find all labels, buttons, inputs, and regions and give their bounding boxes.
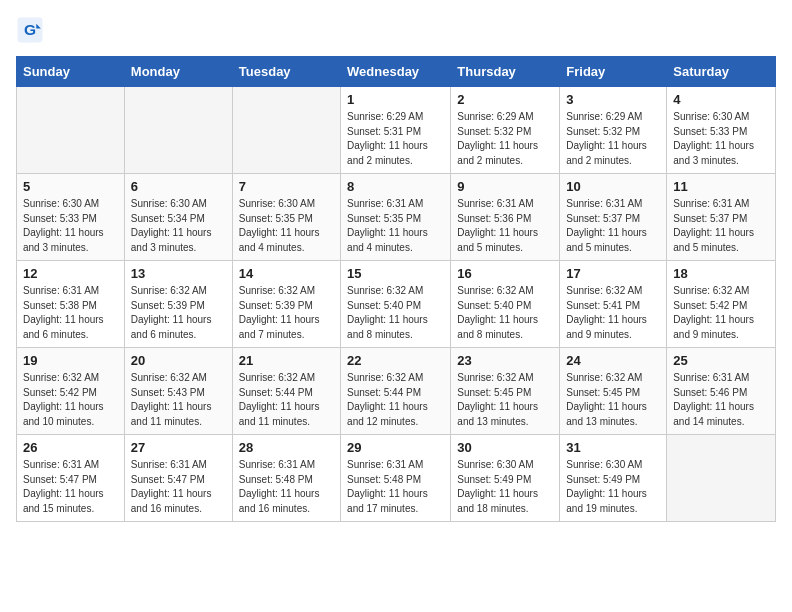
calendar-cell: 4Sunrise: 6:30 AM Sunset: 5:33 PM Daylig… [667,87,776,174]
day-number: 9 [457,179,553,194]
calendar-table: SundayMondayTuesdayWednesdayThursdayFrid… [16,56,776,522]
day-number: 13 [131,266,226,281]
calendar-cell: 30Sunrise: 6:30 AM Sunset: 5:49 PM Dayli… [451,435,560,522]
day-info: Sunrise: 6:31 AM Sunset: 5:37 PM Dayligh… [673,197,769,255]
day-info: Sunrise: 6:30 AM Sunset: 5:33 PM Dayligh… [23,197,118,255]
calendar-cell [232,87,340,174]
calendar-cell: 22Sunrise: 6:32 AM Sunset: 5:44 PM Dayli… [341,348,451,435]
day-number: 19 [23,353,118,368]
day-info: Sunrise: 6:32 AM Sunset: 5:45 PM Dayligh… [566,371,660,429]
calendar-cell: 9Sunrise: 6:31 AM Sunset: 5:36 PM Daylig… [451,174,560,261]
day-number: 16 [457,266,553,281]
calendar-cell: 25Sunrise: 6:31 AM Sunset: 5:46 PM Dayli… [667,348,776,435]
page-header: G [16,16,776,44]
logo-icon: G [16,16,44,44]
day-info: Sunrise: 6:31 AM Sunset: 5:48 PM Dayligh… [347,458,444,516]
day-number: 21 [239,353,334,368]
day-number: 18 [673,266,769,281]
day-number: 12 [23,266,118,281]
day-number: 20 [131,353,226,368]
calendar-cell: 20Sunrise: 6:32 AM Sunset: 5:43 PM Dayli… [124,348,232,435]
weekday-header-saturday: Saturday [667,57,776,87]
day-number: 4 [673,92,769,107]
calendar-cell: 31Sunrise: 6:30 AM Sunset: 5:49 PM Dayli… [560,435,667,522]
calendar-cell: 11Sunrise: 6:31 AM Sunset: 5:37 PM Dayli… [667,174,776,261]
logo: G [16,16,48,44]
day-info: Sunrise: 6:31 AM Sunset: 5:47 PM Dayligh… [131,458,226,516]
day-number: 5 [23,179,118,194]
day-number: 27 [131,440,226,455]
day-info: Sunrise: 6:31 AM Sunset: 5:35 PM Dayligh… [347,197,444,255]
day-info: Sunrise: 6:32 AM Sunset: 5:43 PM Dayligh… [131,371,226,429]
day-info: Sunrise: 6:31 AM Sunset: 5:46 PM Dayligh… [673,371,769,429]
calendar-cell: 2Sunrise: 6:29 AM Sunset: 5:32 PM Daylig… [451,87,560,174]
calendar-week-2: 5Sunrise: 6:30 AM Sunset: 5:33 PM Daylig… [17,174,776,261]
day-number: 2 [457,92,553,107]
calendar-cell: 12Sunrise: 6:31 AM Sunset: 5:38 PM Dayli… [17,261,125,348]
day-info: Sunrise: 6:31 AM Sunset: 5:37 PM Dayligh… [566,197,660,255]
calendar-cell: 26Sunrise: 6:31 AM Sunset: 5:47 PM Dayli… [17,435,125,522]
day-info: Sunrise: 6:32 AM Sunset: 5:40 PM Dayligh… [347,284,444,342]
day-info: Sunrise: 6:31 AM Sunset: 5:36 PM Dayligh… [457,197,553,255]
day-number: 25 [673,353,769,368]
day-number: 28 [239,440,334,455]
calendar-cell: 16Sunrise: 6:32 AM Sunset: 5:40 PM Dayli… [451,261,560,348]
day-info: Sunrise: 6:31 AM Sunset: 5:47 PM Dayligh… [23,458,118,516]
calendar-cell: 7Sunrise: 6:30 AM Sunset: 5:35 PM Daylig… [232,174,340,261]
calendar-cell [124,87,232,174]
svg-text:G: G [24,21,36,38]
day-number: 31 [566,440,660,455]
calendar-cell: 17Sunrise: 6:32 AM Sunset: 5:41 PM Dayli… [560,261,667,348]
weekday-header-thursday: Thursday [451,57,560,87]
day-info: Sunrise: 6:30 AM Sunset: 5:35 PM Dayligh… [239,197,334,255]
day-info: Sunrise: 6:31 AM Sunset: 5:38 PM Dayligh… [23,284,118,342]
day-info: Sunrise: 6:30 AM Sunset: 5:49 PM Dayligh… [457,458,553,516]
day-number: 1 [347,92,444,107]
day-number: 24 [566,353,660,368]
calendar-cell: 1Sunrise: 6:29 AM Sunset: 5:31 PM Daylig… [341,87,451,174]
day-number: 17 [566,266,660,281]
day-info: Sunrise: 6:30 AM Sunset: 5:34 PM Dayligh… [131,197,226,255]
day-info: Sunrise: 6:32 AM Sunset: 5:39 PM Dayligh… [131,284,226,342]
day-info: Sunrise: 6:32 AM Sunset: 5:42 PM Dayligh… [23,371,118,429]
day-info: Sunrise: 6:32 AM Sunset: 5:41 PM Dayligh… [566,284,660,342]
calendar-week-3: 12Sunrise: 6:31 AM Sunset: 5:38 PM Dayli… [17,261,776,348]
day-number: 8 [347,179,444,194]
calendar-cell: 8Sunrise: 6:31 AM Sunset: 5:35 PM Daylig… [341,174,451,261]
day-number: 6 [131,179,226,194]
day-number: 10 [566,179,660,194]
day-number: 29 [347,440,444,455]
weekday-header-sunday: Sunday [17,57,125,87]
calendar-cell: 15Sunrise: 6:32 AM Sunset: 5:40 PM Dayli… [341,261,451,348]
day-number: 26 [23,440,118,455]
day-number: 22 [347,353,444,368]
day-number: 11 [673,179,769,194]
calendar-cell: 29Sunrise: 6:31 AM Sunset: 5:48 PM Dayli… [341,435,451,522]
calendar-week-4: 19Sunrise: 6:32 AM Sunset: 5:42 PM Dayli… [17,348,776,435]
calendar-cell: 27Sunrise: 6:31 AM Sunset: 5:47 PM Dayli… [124,435,232,522]
day-info: Sunrise: 6:29 AM Sunset: 5:32 PM Dayligh… [566,110,660,168]
day-info: Sunrise: 6:32 AM Sunset: 5:45 PM Dayligh… [457,371,553,429]
weekday-header-friday: Friday [560,57,667,87]
calendar-cell [667,435,776,522]
calendar-cell: 18Sunrise: 6:32 AM Sunset: 5:42 PM Dayli… [667,261,776,348]
calendar-cell: 5Sunrise: 6:30 AM Sunset: 5:33 PM Daylig… [17,174,125,261]
day-info: Sunrise: 6:32 AM Sunset: 5:42 PM Dayligh… [673,284,769,342]
calendar-cell: 23Sunrise: 6:32 AM Sunset: 5:45 PM Dayli… [451,348,560,435]
day-info: Sunrise: 6:32 AM Sunset: 5:40 PM Dayligh… [457,284,553,342]
calendar-cell: 6Sunrise: 6:30 AM Sunset: 5:34 PM Daylig… [124,174,232,261]
weekday-header-monday: Monday [124,57,232,87]
day-number: 3 [566,92,660,107]
day-number: 15 [347,266,444,281]
day-info: Sunrise: 6:29 AM Sunset: 5:32 PM Dayligh… [457,110,553,168]
day-info: Sunrise: 6:32 AM Sunset: 5:44 PM Dayligh… [347,371,444,429]
calendar-week-5: 26Sunrise: 6:31 AM Sunset: 5:47 PM Dayli… [17,435,776,522]
weekday-header-row: SundayMondayTuesdayWednesdayThursdayFrid… [17,57,776,87]
calendar-cell: 13Sunrise: 6:32 AM Sunset: 5:39 PM Dayli… [124,261,232,348]
day-number: 23 [457,353,553,368]
day-info: Sunrise: 6:30 AM Sunset: 5:49 PM Dayligh… [566,458,660,516]
calendar-cell [17,87,125,174]
weekday-header-wednesday: Wednesday [341,57,451,87]
calendar-cell: 24Sunrise: 6:32 AM Sunset: 5:45 PM Dayli… [560,348,667,435]
calendar-cell: 10Sunrise: 6:31 AM Sunset: 5:37 PM Dayli… [560,174,667,261]
